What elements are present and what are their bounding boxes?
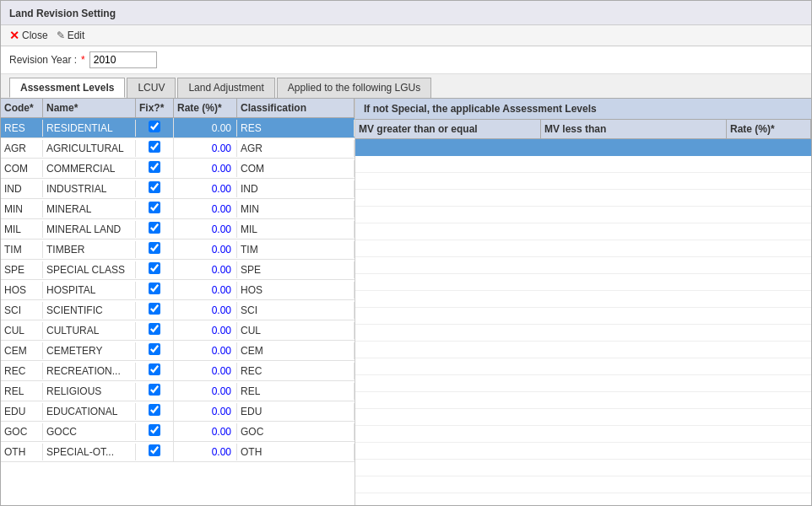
cell-name: RELIGIOUS xyxy=(43,383,136,400)
cell-code: REC xyxy=(1,363,43,380)
table-row[interactable]: TIMTIMBER0.00TIM xyxy=(1,240,355,260)
cell-classification: REC xyxy=(237,363,355,380)
cell-fix[interactable] xyxy=(136,381,174,401)
fix-checkbox[interactable] xyxy=(149,161,160,173)
cell-code: MIN xyxy=(1,201,43,218)
fix-checkbox[interactable] xyxy=(149,363,160,375)
cell-fix[interactable] xyxy=(136,260,174,279)
cell-fix[interactable] xyxy=(136,401,174,421)
tab-applied-lgus[interactable]: Applied to the following LGUs xyxy=(277,78,431,98)
table-row[interactable]: RESRESIDENTIAL0.00RES xyxy=(1,118,355,138)
table-row[interactable]: CEMCEMETERY0.00CEM xyxy=(1,341,355,361)
cell-rate: 0.00 xyxy=(174,140,237,157)
fix-checkbox[interactable] xyxy=(149,424,160,436)
right-empty-row xyxy=(355,291,811,308)
cell-code: AGR xyxy=(1,140,43,157)
cell-fix[interactable] xyxy=(136,361,174,380)
table-row[interactable]: MILMINERAL LAND0.00MIL xyxy=(1,219,355,240)
right-empty-row xyxy=(355,409,811,426)
cell-rate: 0.00 xyxy=(174,241,237,258)
table-row[interactable]: RECRECREATION...0.00REC xyxy=(1,361,355,381)
cell-classification: TIM xyxy=(237,241,355,258)
table-row[interactable]: OTHSPECIAL-OT...0.00OTH xyxy=(1,442,355,462)
table-row[interactable]: CULCULTURAL0.00CUL xyxy=(1,320,355,341)
right-empty-row xyxy=(355,156,811,173)
table-row[interactable]: MINMINERAL0.00MIN xyxy=(1,199,355,219)
fix-checkbox[interactable] xyxy=(149,262,160,274)
fix-checkbox[interactable] xyxy=(149,303,160,315)
table-row[interactable]: COMCOMMERCIAL0.00COM xyxy=(1,159,355,179)
right-empty-row xyxy=(355,443,811,460)
col-code: Code* xyxy=(1,99,43,117)
toolbar: ✕ Close ✎ Edit xyxy=(1,25,811,46)
right-empty-row xyxy=(355,460,811,476)
cell-fix[interactable] xyxy=(136,422,174,441)
tab-lcuv[interactable]: LCUV xyxy=(127,78,176,98)
fix-checkbox[interactable] xyxy=(149,323,160,335)
cell-fix[interactable] xyxy=(136,219,174,239)
fix-checkbox[interactable] xyxy=(149,202,160,213)
table-row[interactable]: HOSHOSPITAL0.00HOS xyxy=(1,280,355,300)
fix-checkbox[interactable] xyxy=(149,141,160,153)
cell-fix[interactable] xyxy=(136,320,174,340)
right-empty-row xyxy=(355,223,811,240)
cell-fix[interactable] xyxy=(136,118,174,137)
tab-assessment-levels[interactable]: Assessment Levels xyxy=(9,78,125,98)
cell-fix[interactable] xyxy=(136,240,174,259)
cell-fix[interactable] xyxy=(136,280,174,299)
cell-code: REL xyxy=(1,383,43,400)
cell-code: SPE xyxy=(1,261,43,278)
table-row[interactable]: AGRAGRICULTURAL0.00AGR xyxy=(1,138,355,159)
right-selected-row xyxy=(355,139,811,156)
right-empty-row xyxy=(355,240,811,257)
cell-fix[interactable] xyxy=(136,199,174,218)
col-fix: Fix?* xyxy=(136,99,174,117)
cell-code: TIM xyxy=(1,241,43,258)
cell-rate: 0.00 xyxy=(174,383,237,400)
cell-fix[interactable] xyxy=(136,179,174,198)
left-grid-header: Code* Name* Fix?* Rate (%)* Classificati… xyxy=(1,99,355,118)
cell-rate: 0.00 xyxy=(174,180,237,197)
left-grid-body[interactable]: RESRESIDENTIAL0.00RESAGRAGRICULTURAL0.00… xyxy=(1,118,355,505)
cell-code: MIL xyxy=(1,221,43,238)
cell-fix[interactable] xyxy=(136,300,174,320)
fix-checkbox[interactable] xyxy=(149,242,160,254)
right-panel-header: If not Special, the applicable Assessmen… xyxy=(355,99,811,120)
table-row[interactable]: INDINDUSTRIAL0.00IND xyxy=(1,179,355,199)
edit-label: Edit xyxy=(68,30,85,41)
cell-fix[interactable] xyxy=(136,341,174,360)
window-title: Land Revision Setting xyxy=(9,8,116,19)
fix-checkbox[interactable] xyxy=(149,121,160,132)
cell-rate: 0.00 xyxy=(174,302,237,319)
table-row[interactable]: RELRELIGIOUS0.00REL xyxy=(1,381,355,401)
table-row[interactable]: EDUEDUCATIONAL0.00EDU xyxy=(1,401,355,422)
cell-fix[interactable] xyxy=(136,138,174,158)
fix-checkbox[interactable] xyxy=(149,343,160,355)
cell-fix[interactable] xyxy=(136,159,174,178)
col-mv-lt: MV less than xyxy=(541,120,727,138)
right-empty-row xyxy=(355,358,811,375)
fix-checkbox[interactable] xyxy=(149,181,160,193)
revision-year-input[interactable] xyxy=(89,51,157,68)
table-row[interactable]: SCISCIENTIFIC0.00SCI xyxy=(1,300,355,320)
cell-fix[interactable] xyxy=(136,442,174,461)
right-panel: If not Special, the applicable Assessmen… xyxy=(355,99,811,505)
fix-checkbox[interactable] xyxy=(149,444,160,456)
cell-name: MINERAL LAND xyxy=(43,221,136,238)
edit-button[interactable]: ✎ Edit xyxy=(57,30,85,41)
cell-name: EDUCATIONAL xyxy=(43,403,136,420)
fix-checkbox[interactable] xyxy=(149,384,160,396)
table-row[interactable]: SPESPECIAL CLASS0.00SPE xyxy=(1,260,355,280)
table-row[interactable]: GOCGOCC0.00GOC xyxy=(1,422,355,442)
cell-classification: OTH xyxy=(237,444,355,460)
tab-land-adjustment[interactable]: Land Adjustment xyxy=(177,78,274,98)
fix-checkbox[interactable] xyxy=(149,404,160,416)
cell-rate: 0.00 xyxy=(174,423,237,440)
cell-code: CUL xyxy=(1,322,43,339)
close-button[interactable]: ✕ Close xyxy=(9,29,48,42)
cell-rate: 0.00 xyxy=(174,444,237,460)
cell-rate: 0.00 xyxy=(174,160,237,177)
fix-checkbox[interactable] xyxy=(149,222,160,234)
left-panel: Code* Name* Fix?* Rate (%)* Classificati… xyxy=(1,99,355,505)
fix-checkbox[interactable] xyxy=(149,283,160,294)
